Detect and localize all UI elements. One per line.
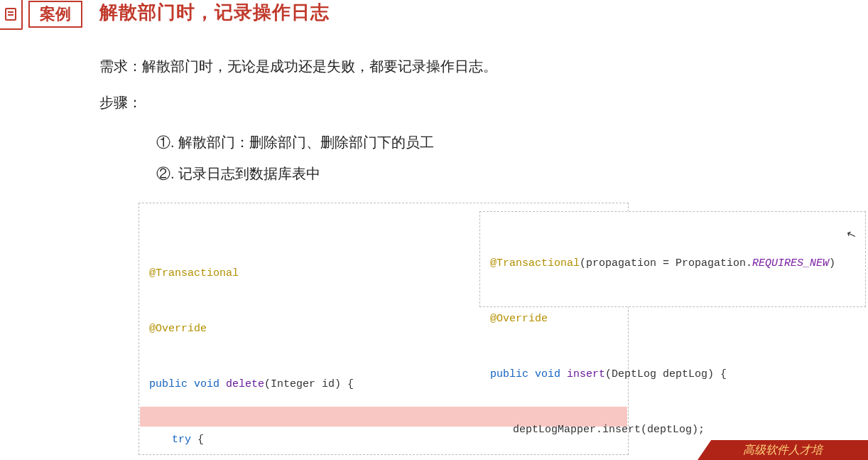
- slide-page: 案例 解散部门时，记录操作日志 需求：解散部门时，无论是成功还是失败，都要记录操…: [0, 0, 868, 460]
- code-text: void: [535, 368, 560, 380]
- code-text: public: [149, 378, 188, 390]
- tag-icon: [0, 0, 23, 30]
- tag-box: 案例: [0, 0, 82, 28]
- tag-label: 案例: [28, 1, 82, 28]
- code-text: ): [829, 257, 835, 269]
- code-text: @Transactional: [149, 267, 239, 279]
- code-text: @Override: [490, 313, 548, 325]
- slide-body: 需求：解散部门时，无论是成功还是失败，都要记录操作日志。 步骤： ①. 解散部门…: [99, 57, 852, 189]
- code-text: (propagation = Propagation.: [580, 257, 752, 269]
- code-text: delete: [226, 378, 264, 390]
- step-1: ①. 解散部门：删除部门、删除部门下的员工: [156, 127, 852, 158]
- code-text: insert: [567, 368, 605, 380]
- slide-title: 解散部门时，记录操作日志: [99, 0, 330, 25]
- code-text: void: [194, 378, 219, 390]
- code-text: @Transactional: [490, 257, 580, 269]
- steps-list: ①. 解散部门：删除部门、删除部门下的员工 ②. 记录日志到数据库表中: [156, 127, 852, 189]
- code-text: (DeptLog deptLog) {: [605, 368, 727, 380]
- corner-banner: 高级软件人才培: [698, 440, 868, 460]
- code-text: REQUIRES_NEW: [752, 257, 829, 269]
- code-text: @Override: [149, 323, 207, 335]
- code-text: try: [172, 434, 191, 446]
- code-text: deptLogMapper.insert(deptLog);: [513, 424, 705, 436]
- requirement-text: 需求：解散部门时，无论是成功还是失败，都要记录操作日志。: [99, 57, 852, 76]
- step-2: ②. 记录日志到数据库表中: [156, 158, 852, 189]
- code-text: {: [191, 434, 204, 446]
- code-text: (Integer id) {: [264, 378, 354, 390]
- steps-label: 步骤：: [99, 93, 852, 112]
- code-text: public: [490, 368, 528, 380]
- code-box-insert: @Transactional(propagation = Propagation…: [479, 211, 866, 307]
